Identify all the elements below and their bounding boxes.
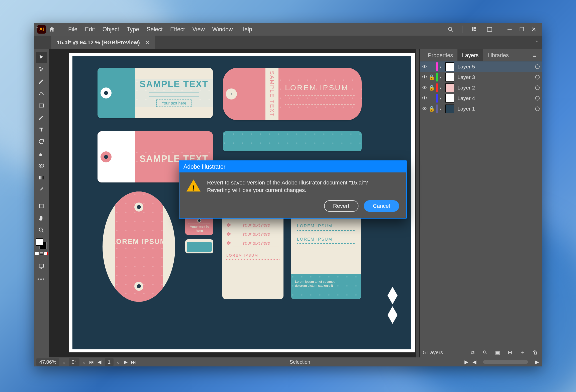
trash-icon[interactable]: 🗑: [531, 348, 539, 356]
chevron-down-icon[interactable]: ⌄: [82, 359, 86, 365]
direct-selection-tool[interactable]: [36, 64, 47, 75]
next-artboard[interactable]: ▶: [123, 359, 128, 365]
artboard-field[interactable]: 1: [105, 358, 114, 366]
visibility-icon[interactable]: 👁: [422, 95, 427, 101]
cancel-button[interactable]: Cancel: [364, 200, 399, 212]
screen-mode-tool[interactable]: [36, 260, 47, 271]
menu-help[interactable]: Help: [240, 26, 252, 33]
panel-menu-icon[interactable]: ☰: [531, 51, 539, 59]
prev-artboard[interactable]: ◀: [97, 359, 102, 365]
layer-row[interactable]: 👁🔒›Layer 3: [420, 72, 542, 82]
dialog-title: Adobe Illustrator: [179, 161, 406, 172]
lock-icon[interactable]: 🔒: [429, 74, 434, 80]
chevron-right-icon[interactable]: ›: [439, 64, 444, 70]
chevron-right-icon[interactable]: ›: [439, 74, 444, 80]
popout-icon[interactable]: ⧉: [468, 348, 476, 356]
eyedropper-tool[interactable]: [36, 184, 47, 195]
selection-tool[interactable]: [36, 52, 47, 63]
menu-file[interactable]: File: [68, 26, 77, 33]
tab-layers[interactable]: Layers: [457, 49, 483, 61]
new-sublayer-icon[interactable]: ⊞: [506, 348, 514, 356]
rotate-field[interactable]: 0°: [69, 358, 79, 366]
pen-tool[interactable]: [36, 76, 47, 87]
rotate-tool[interactable]: [36, 136, 47, 147]
lock-icon[interactable]: 🔒: [429, 106, 434, 112]
zoom-field[interactable]: 47.06%: [36, 358, 59, 366]
chevron-right-icon[interactable]: ›: [439, 106, 444, 112]
hand-tool[interactable]: [36, 213, 47, 224]
shape-builder-tool[interactable]: [36, 160, 47, 171]
fill-stroke-swatch[interactable]: [36, 238, 47, 249]
document-tab[interactable]: 15.ai* @ 94.12 % (RGB/Preview) ✕: [51, 36, 155, 49]
panels-column: Properties Layers Libraries ☰ 👁›Layer 5👁…: [420, 49, 542, 357]
layer-thumbnail: [445, 83, 454, 92]
sample-text-vert: SAMPLE TEXT: [265, 68, 278, 120]
horizontal-scrollbar[interactable]: [483, 360, 528, 364]
tab-libraries[interactable]: Libraries: [483, 49, 513, 61]
eraser-tool[interactable]: [36, 148, 47, 159]
menu-window[interactable]: Window: [212, 26, 233, 33]
menu-type[interactable]: Type: [127, 26, 139, 33]
paintbrush-tool[interactable]: [36, 112, 47, 123]
layer-row[interactable]: 👁›Layer 4: [420, 93, 542, 104]
vertical-scrollbar[interactable]: [416, 49, 419, 357]
window-maximize[interactable]: ☐: [516, 25, 528, 33]
target-icon[interactable]: [535, 107, 540, 111]
layers-footer: 5 Layers ⧉ ▣ ⊞ ＋ 🗑: [420, 347, 542, 357]
clip-mask-icon[interactable]: ▣: [494, 348, 502, 356]
tool-expand-handle[interactable]: »: [36, 25, 48, 29]
curvature-tool[interactable]: [36, 88, 47, 99]
visibility-icon[interactable]: 👁: [422, 74, 427, 80]
home-button[interactable]: [48, 25, 56, 33]
window-minimize[interactable]: ─: [504, 25, 516, 33]
svg-rect-8: [39, 176, 43, 179]
tab-properties[interactable]: Properties: [423, 49, 457, 61]
workspace-icon[interactable]: [486, 25, 494, 33]
search-icon[interactable]: [447, 25, 455, 33]
chevron-right-icon[interactable]: ›: [439, 85, 444, 91]
layer-thumbnail: [445, 62, 454, 71]
edit-toolbar[interactable]: •••: [36, 272, 47, 283]
layer-row[interactable]: 👁🔒›Layer 1: [420, 104, 542, 114]
panel-expand-handle[interactable]: »: [531, 36, 542, 49]
close-icon[interactable]: ✕: [145, 40, 149, 45]
chevron-right-icon[interactable]: ›: [439, 95, 444, 101]
layer-color: [436, 83, 438, 92]
first-artboard[interactable]: ⏮: [89, 359, 94, 365]
visibility-icon[interactable]: 👁: [422, 85, 427, 91]
layer-row[interactable]: 👁🔒›Layer 2: [420, 82, 542, 93]
visibility-icon[interactable]: 👁: [422, 64, 427, 70]
color-mode-swatches[interactable]: [35, 252, 48, 255]
scroll-right-icon[interactable]: ▶: [534, 359, 540, 365]
visibility-icon[interactable]: 👁: [422, 106, 427, 112]
menu-edit[interactable]: Edit: [85, 26, 95, 33]
target-icon[interactable]: [535, 85, 540, 90]
diamond-shapes: [386, 287, 399, 324]
zoom-tool[interactable]: [36, 225, 47, 236]
target-icon[interactable]: [535, 64, 540, 69]
svg-rect-3: [474, 30, 476, 31]
new-layer-icon[interactable]: ＋: [519, 348, 527, 356]
menu-select[interactable]: Select: [147, 26, 163, 33]
window-close[interactable]: ✕: [528, 25, 540, 33]
gradient-tool[interactable]: [36, 172, 47, 183]
back-icon[interactable]: ◀: [471, 359, 477, 365]
arrange-panels-icon[interactable]: [470, 25, 478, 33]
revert-button[interactable]: Revert: [324, 200, 358, 212]
artboard-tool[interactable]: [36, 201, 47, 212]
lock-icon[interactable]: 🔒: [429, 85, 434, 91]
target-icon[interactable]: [535, 75, 540, 79]
target-icon[interactable]: [535, 96, 540, 101]
chevron-down-icon[interactable]: ⌄: [116, 359, 120, 365]
type-tool[interactable]: [36, 124, 47, 135]
last-artboard[interactable]: ⏭: [131, 359, 136, 365]
locate-icon[interactable]: [481, 348, 489, 356]
chevron-down-icon[interactable]: ⌄: [62, 359, 66, 365]
menu-object[interactable]: Object: [103, 26, 119, 33]
layer-row[interactable]: 👁›Layer 5: [420, 61, 542, 72]
menu-effect[interactable]: Effect: [170, 26, 185, 33]
play-icon[interactable]: ▶: [463, 359, 469, 365]
sample-text-label: SAMPLE TEXT: [140, 79, 208, 89]
rectangle-tool[interactable]: [36, 100, 47, 111]
menu-view[interactable]: View: [192, 26, 205, 33]
